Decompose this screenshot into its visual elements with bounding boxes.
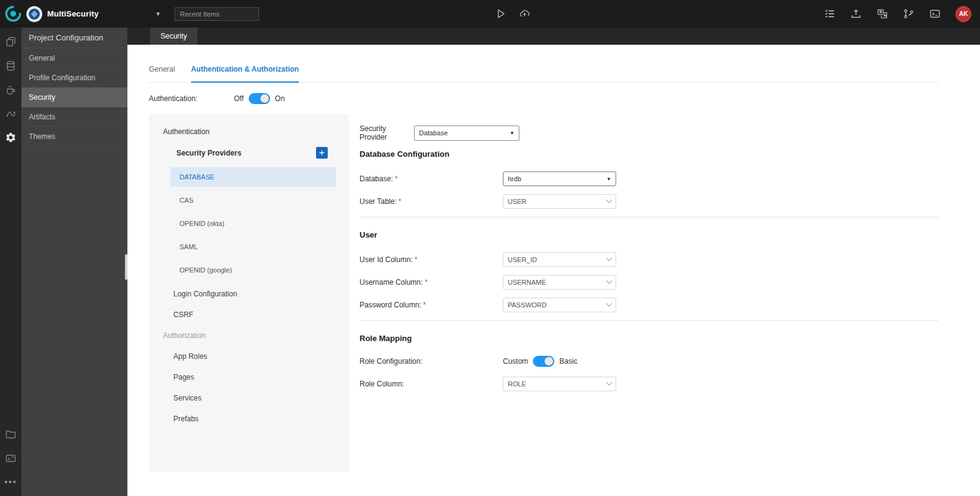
project-config-sidebar: Project Configuration General Profile Co… (21, 28, 127, 496)
role-custom-label: Custom (503, 357, 528, 366)
password-column-row: Password Column:* PASSWORD (360, 298, 938, 312)
nav-item-login-configuration[interactable]: Login Configuration (149, 284, 349, 304)
project-name: MultiSecurity (47, 9, 99, 18)
role-configuration-toggle[interactable] (533, 356, 554, 367)
java-services-icon[interactable] (4, 83, 18, 96)
doc-tab-security[interactable]: Security (150, 28, 197, 45)
sidebar-title: Project Configuration (21, 28, 127, 48)
user-section-title: User (360, 230, 938, 239)
role-column-row: Role Column: ROLE (360, 377, 938, 391)
nav-item-csrf[interactable]: CSRF (149, 304, 349, 325)
provider-item-cas[interactable]: CAS (170, 190, 336, 210)
user-id-column-row: User Id Column:* USER_ID (360, 252, 938, 267)
authorization-section-header: Authorization (149, 325, 349, 346)
password-column-label: Password Column:* (360, 301, 503, 309)
toggle-on-label: On (275, 94, 285, 103)
required-marker: * (395, 175, 398, 183)
security-providers-row: Security Providers (149, 147, 349, 159)
role-configuration-row: Role Configuration: Custom Basic (360, 356, 938, 367)
user-table-label: User Table:* (360, 197, 503, 206)
role-configuration-label: Role Configuration: (360, 357, 503, 366)
provider-item-database[interactable]: DATABASE (170, 167, 336, 187)
user-table-row: User Table:* USER (360, 194, 938, 209)
topbar-left: MultiSecurity ▾ (0, 6, 259, 22)
settings-icon[interactable] (4, 130, 18, 144)
password-column-select[interactable]: PASSWORD (503, 298, 616, 312)
sidebar-item-security[interactable]: Security (21, 88, 127, 107)
sidebar-item-artifacts[interactable]: Artifacts (21, 107, 127, 127)
apis-icon[interactable] (4, 107, 18, 120)
role-column-label: Role Column: (360, 380, 503, 388)
chevron-down-icon (606, 197, 612, 203)
nav-item-app-roles[interactable]: App Roles (149, 346, 349, 367)
authentication-section-header: Authentication (149, 127, 349, 136)
username-column-row: Username Column:* USERNAME (360, 275, 938, 290)
authentication-label: Authentication: (149, 94, 234, 103)
database-label: Database:* (360, 175, 503, 183)
topbar-actions-center (495, 0, 530, 28)
security-tabs: General Authentication & Authorization (149, 65, 938, 83)
database-select[interactable]: hrdb ▼ (503, 171, 616, 186)
more-icon[interactable]: ••• (4, 475, 18, 489)
export-icon[interactable] (850, 8, 862, 20)
cloud-deploy-icon[interactable] (519, 8, 530, 20)
nav-item-pages[interactable]: Pages (149, 367, 349, 388)
role-basic-label: Basic (559, 357, 577, 366)
pages-icon[interactable] (4, 35, 18, 48)
username-column-select[interactable]: USERNAME (503, 275, 616, 290)
user-avatar[interactable]: AK (956, 6, 971, 22)
user-table-select[interactable]: USER (503, 194, 616, 209)
provider-form-panel: Security Provider Database ▼ Database Co… (349, 114, 938, 472)
chevron-down-icon (606, 379, 612, 385)
checklist-icon[interactable] (824, 8, 835, 20)
toggle-off-label: Off (234, 94, 244, 103)
document-tabstrip: Security (127, 28, 980, 45)
sidebar-item-profile-configuration[interactable]: Profile Configuration (21, 68, 127, 88)
app-shell: ••• Project Configuration General Profil… (0, 28, 980, 496)
chevron-down-icon (606, 300, 612, 306)
security-provider-select[interactable]: Database ▼ (414, 126, 519, 141)
database-icon[interactable] (4, 59, 18, 72)
add-provider-button[interactable] (316, 147, 328, 159)
sidebar-item-general[interactable]: General (21, 48, 127, 68)
folder-icon[interactable] (4, 427, 18, 441)
role-mapping-title: Role Mapping (360, 334, 938, 343)
main-area: Security General Authentication & Author… (127, 28, 980, 496)
security-nav-panel: Authentication Security Providers DATABA… (149, 114, 349, 472)
authentication-toggle[interactable] (249, 93, 270, 104)
security-provider-row: Security Provider Database ▼ (360, 124, 938, 141)
provider-item-saml[interactable]: SAML (170, 237, 336, 257)
project-switcher-chevron-icon[interactable]: ▾ (156, 10, 160, 18)
project-avatar (26, 6, 42, 22)
security-providers-label: Security Providers (176, 149, 241, 157)
username-column-label: Username Column:* (360, 278, 503, 287)
tab-authentication-authorization[interactable]: Authentication & Authorization (191, 65, 299, 83)
panels: Authentication Security Providers DATABA… (149, 114, 938, 472)
sidebar-item-themes[interactable]: Themes (21, 127, 127, 146)
provider-item-openid-okta[interactable]: OPENID (okta) (170, 214, 336, 233)
section-divider (360, 320, 938, 321)
card-icon[interactable] (4, 451, 18, 465)
section-divider (360, 217, 938, 217)
branch-icon[interactable] (903, 8, 914, 20)
user-id-column-select[interactable]: USER_ID (503, 252, 616, 267)
left-rail: ••• (0, 28, 21, 496)
required-marker: * (423, 301, 426, 309)
dropdown-caret-icon: ▼ (606, 176, 611, 182)
user-id-column-label: User Id Column:* (360, 255, 503, 264)
recent-items-input[interactable] (175, 7, 259, 21)
database-row: Database:* hrdb ▼ (360, 171, 938, 186)
provider-item-openid-google[interactable]: OPENID (google) (170, 260, 336, 280)
nav-item-prefabs[interactable]: Prefabs (149, 408, 349, 429)
sidebar-scrollbar-thumb[interactable] (125, 254, 127, 280)
required-marker: * (424, 278, 428, 287)
database-configuration-title: Database Configuration (360, 149, 938, 159)
nav-item-services[interactable]: Services (149, 388, 349, 408)
console-icon[interactable] (929, 8, 941, 20)
tab-general[interactable]: General (149, 65, 175, 82)
wavemaker-logo-icon[interactable] (5, 6, 21, 22)
role-column-select[interactable]: ROLE (503, 377, 616, 391)
translate-icon[interactable] (876, 8, 888, 20)
required-marker: * (415, 255, 418, 264)
run-preview-icon[interactable] (495, 8, 507, 20)
